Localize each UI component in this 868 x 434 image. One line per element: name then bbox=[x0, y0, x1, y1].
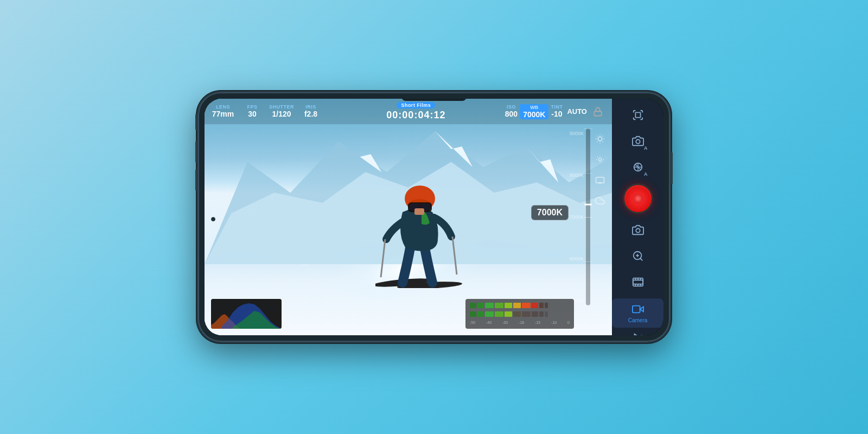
hud-overlay: LENS 77mm FPS 30 SHUTTER 1/120 IRIS f2.8 bbox=[205, 99, 612, 124]
svg-rect-32 bbox=[596, 177, 604, 183]
svg-line-23 bbox=[597, 142, 597, 142]
histogram-widget bbox=[211, 299, 282, 329]
svg-point-37 bbox=[636, 139, 640, 143]
hud-iso: ISO 800 bbox=[505, 104, 518, 119]
svg-line-8 bbox=[452, 237, 457, 275]
record-button[interactable] bbox=[623, 183, 653, 214]
sun-dim-icon[interactable] bbox=[592, 152, 608, 167]
svg-rect-52 bbox=[632, 306, 640, 313]
hud-auto[interactable]: AUTO bbox=[567, 107, 587, 116]
svg-line-20 bbox=[603, 142, 603, 142]
zoom-in-button[interactable] bbox=[626, 244, 650, 268]
svg-line-7 bbox=[381, 239, 385, 277]
nav-item-camera[interactable]: Camera bbox=[612, 298, 663, 328]
svg-rect-45 bbox=[633, 280, 642, 284]
svg-marker-53 bbox=[634, 334, 641, 335]
cloud-icon[interactable] bbox=[592, 193, 608, 208]
svg-point-16 bbox=[598, 137, 602, 141]
camera-view[interactable]: LENS 77mm FPS 30 SHUTTER 1/120 IRIS f2.8 bbox=[205, 99, 612, 335]
hud-fps: FPS 30 bbox=[239, 104, 265, 119]
sidebar-bottom-icons bbox=[612, 218, 663, 294]
film-strip-button[interactable] bbox=[626, 270, 650, 294]
nav-item-media[interactable]: Media bbox=[612, 328, 663, 335]
record-dot bbox=[633, 194, 643, 203]
side-button bbox=[671, 152, 673, 184]
audio-meter-widget: -50 -40 -30 -18 -15 -10 0 bbox=[465, 299, 574, 329]
phone-mockup: LENS 77mm FPS 30 SHUTTER 1/120 IRIS f2.8 bbox=[198, 92, 670, 342]
power-button bbox=[195, 114, 197, 130]
sidebar-top-icons: A A bbox=[612, 103, 663, 179]
nav-items: Camera Media bbox=[612, 298, 663, 335]
hud-iris: IRIS f2.8 bbox=[298, 104, 324, 119]
hud-timecode-area: Short Films 00:00:04:12 bbox=[331, 102, 501, 121]
camera-nav-label: Camera bbox=[628, 317, 648, 323]
hud-lens: LENS 77mm bbox=[210, 104, 236, 119]
volume-down-button bbox=[195, 169, 197, 191]
record-button-container bbox=[612, 179, 663, 218]
hud-tint: TINT -10 bbox=[551, 104, 563, 119]
histogram-chart bbox=[211, 299, 282, 329]
svg-point-25 bbox=[598, 158, 601, 161]
svg-line-28 bbox=[597, 157, 598, 157]
camera-nav-icon bbox=[631, 303, 644, 316]
svg-line-24 bbox=[603, 136, 603, 136]
audio-meter-row-1 bbox=[470, 302, 570, 309]
svg-rect-36 bbox=[635, 112, 640, 117]
hud-lock-icon[interactable] bbox=[590, 104, 605, 119]
svg-line-19 bbox=[597, 136, 597, 136]
screen-icon[interactable] bbox=[592, 173, 608, 188]
media-nav-icon bbox=[631, 332, 644, 335]
snapshot-button[interactable] bbox=[626, 218, 650, 242]
svg-line-41 bbox=[640, 258, 642, 260]
exposure-auto-button[interactable]: A bbox=[626, 155, 650, 179]
volume-up-button bbox=[195, 141, 197, 163]
phone-screen: LENS 77mm FPS 30 SHUTTER 1/120 IRIS f2.8 bbox=[205, 99, 663, 335]
svg-rect-15 bbox=[594, 111, 602, 116]
right-sidebar: A A bbox=[612, 99, 663, 335]
audio-meter-labels: -50 -40 -30 -18 -15 -10 0 bbox=[470, 321, 570, 324]
camera-auto-button[interactable]: A bbox=[626, 129, 650, 153]
skier-figure bbox=[375, 169, 473, 288]
audio-meter-row-2 bbox=[470, 311, 570, 317]
wb-current-value: 7000K bbox=[531, 205, 569, 220]
svg-point-39 bbox=[636, 228, 640, 232]
svg-rect-14 bbox=[414, 208, 424, 215]
hud-wb[interactable]: WB 7000K bbox=[520, 104, 548, 119]
viewfinder-button[interactable] bbox=[626, 103, 650, 127]
sun-bright-icon[interactable] bbox=[592, 131, 608, 146]
svg-line-29 bbox=[602, 162, 603, 162]
camera-right-icons bbox=[592, 131, 608, 208]
phone-frame: LENS 77mm FPS 30 SHUTTER 1/120 IRIS f2.8 bbox=[198, 92, 670, 342]
hud-shutter: SHUTTER 1/120 bbox=[269, 104, 295, 119]
